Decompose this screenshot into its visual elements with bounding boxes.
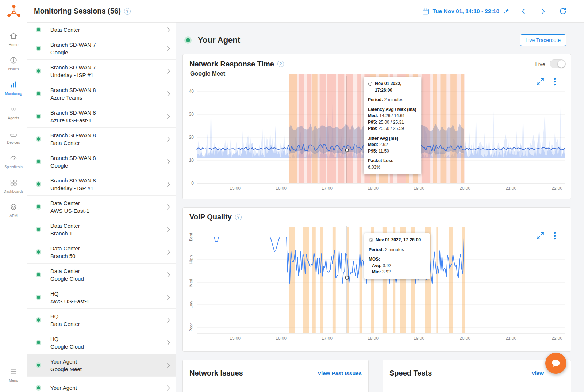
rail-label: APM [9,214,18,218]
svg-text:18:00: 18:00 [368,336,379,341]
svg-text:20: 20 [189,135,194,140]
sidebar-item-agents[interactable]: Agents [0,100,27,125]
status-dot [36,136,41,142]
svg-text:40: 40 [189,89,194,94]
session-row[interactable]: Branch SD-WAN 8 Data Center [27,128,176,150]
svg-text:Best: Best [189,233,193,241]
session-line2: Data Center [50,320,167,328]
kebab-menu-icon[interactable] [554,77,556,86]
status-dot [36,159,41,164]
session-line2: AWS US-East-1 [50,297,167,305]
status-dot [36,340,41,345]
session-line1: Branch SD-WAN 8 [50,109,167,116]
live-traceroute-button[interactable]: Live Traceroute [520,34,567,46]
session-row[interactable]: HQ Google Cloud [27,331,176,354]
live-toggle[interactable] [550,59,566,68]
dashboards-icon [9,178,18,188]
sidebar-item-issues[interactable]: Issues [0,51,27,76]
voip-quality-card: VoIP Quality ? BestHighMed.LowPoor15:001… [182,207,571,352]
chevron-right-icon [167,227,170,232]
expand-icon[interactable] [535,231,545,241]
status-dot [36,68,41,74]
next-period-button[interactable] [540,8,546,15]
chevron-right-icon [167,249,170,255]
sidebar-item-speedtests[interactable]: Speedtests [0,149,27,174]
prev-period-button[interactable] [520,8,527,15]
session-line1: HQ [50,312,167,320]
sidebar-item-monitoring[interactable]: Monitoring [0,76,27,100]
app-logo[interactable] [5,3,22,20]
status-dot [36,295,41,300]
home-icon [9,32,18,41]
svg-text:15:00: 15:00 [230,336,241,341]
page-title: Your Agent [198,35,240,45]
session-row[interactable]: Branch SD-WAN 8 Azure Teams [27,82,176,105]
session-row[interactable]: Data Center Google Cloud [27,264,176,286]
menu-button[interactable]: Menu [0,366,27,384]
svg-text:15:00: 15:00 [230,186,241,191]
session-line1: Branch SD-WAN 7 [50,64,167,71]
rail-label: Issues [8,67,19,71]
chevron-right-icon [167,295,170,300]
expand-icon[interactable] [535,77,545,87]
sidebar-item-apm[interactable]: APM [0,198,27,223]
session-row[interactable]: Branch SD-WAN 7 Underlay - ISP #1 [27,60,176,82]
session-row[interactable]: Your Agent [27,377,176,392]
monitoring-sessions-panel: Monitoring Sessions (56) ? Data Center B… [27,0,176,392]
pin-icon[interactable] [503,8,509,14]
chevron-right-icon [167,91,170,97]
session-line1: Branch SD-WAN 7 [50,41,167,49]
help-icon[interactable]: ? [235,214,242,220]
svg-text:22:00: 22:00 [552,186,562,191]
nav-rail: Home Issues Monitoring Agents Devices Sp… [0,0,27,392]
issues-icon [9,56,18,66]
calendar-icon[interactable] [422,8,429,15]
view-speed-tests-link[interactable]: View [531,370,544,376]
help-icon[interactable]: ? [124,8,131,15]
session-row[interactable]: Your Agent Google Meet [27,354,176,377]
refresh-button[interactable] [559,7,567,15]
svg-text:High: High [189,255,193,264]
session-list: Data Center Branch SD-WAN 7 Google Branc… [27,23,176,392]
session-line1: Data Center [50,199,167,207]
session-line1: Data Center [50,245,167,252]
session-row[interactable]: HQ Data Center [27,309,176,331]
session-row[interactable]: Branch SD-WAN 8 Google [27,150,176,173]
chevron-right-icon [167,204,170,210]
session-line2: Google [50,162,167,169]
session-row[interactable]: Data Center Branch 1 [27,218,176,241]
session-row[interactable]: Data Center Branch 50 [27,241,176,264]
svg-text:Med.: Med. [189,278,193,287]
session-line2: Branch 50 [50,252,167,260]
sidebar-item-home[interactable]: Home [0,27,27,51]
session-row[interactable]: Data Center [27,23,176,37]
session-row[interactable]: Branch SD-WAN 8 Azure US-East-1 [27,105,176,128]
session-line1: Data Center [50,267,167,275]
status-dot [36,362,41,368]
kebab-menu-icon[interactable] [554,231,556,240]
session-row[interactable]: HQ AWS US-East-1 [27,286,176,309]
voip-tooltip: Nov 01 2022, 17:26:00 Period: 2 minutes … [364,233,430,279]
view-past-issues-link[interactable]: View Past Issues [318,370,362,376]
sidebar-item-devices[interactable]: Devices [0,125,27,149]
date-range[interactable]: Tue Nov 01, 14:10 - 22:10 [433,8,499,15]
chevron-right-icon [167,27,170,33]
svg-text:Poor: Poor [189,323,193,332]
sessions-title: Monitoring Sessions (56) [34,7,121,15]
clock-icon [368,81,373,86]
chevron-right-icon [167,340,170,346]
status-dot [36,249,41,255]
chevron-right-icon [167,46,170,51]
svg-text:16:00: 16:00 [276,186,287,191]
chat-button[interactable] [545,353,566,374]
session-row[interactable]: Branch SD-WAN 7 Google [27,37,176,60]
speed-tests-card: Speed Tests View [383,360,571,392]
status-dot [36,27,41,32]
sidebar-item-dashboards[interactable]: Dashboards [0,174,27,198]
svg-text:30: 30 [189,112,194,117]
help-icon[interactable]: ? [277,61,284,67]
session-row[interactable]: Data Center AWS US-East-1 [27,196,176,218]
session-line1: Branch SD-WAN 8 [50,86,167,94]
session-row[interactable]: Branch SD-WAN 8 Underlay - ISP #1 [27,173,176,196]
session-line2: Data Center [50,139,167,147]
